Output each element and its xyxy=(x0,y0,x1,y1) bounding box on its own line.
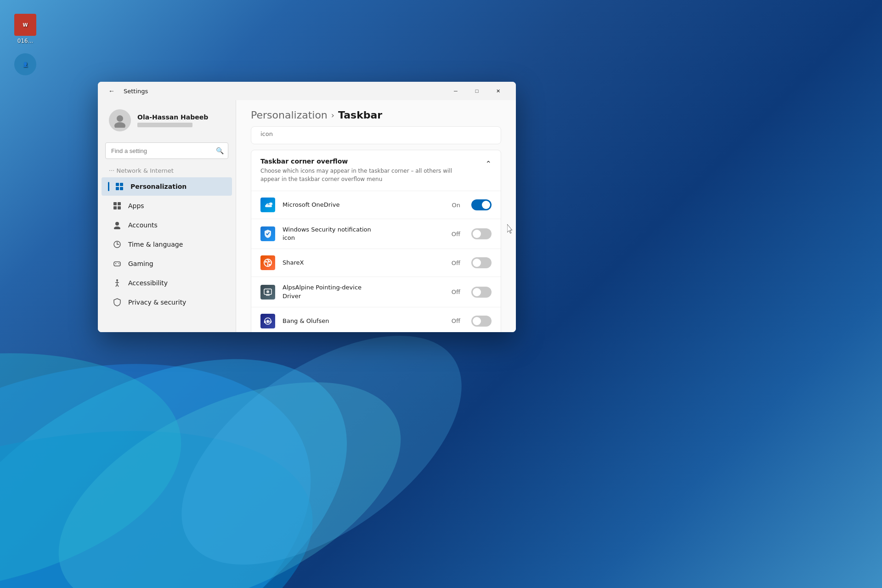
apps-label: Apps xyxy=(128,202,144,209)
bang-label: Bang & Olufsen xyxy=(283,317,444,325)
svg-point-16 xyxy=(115,222,119,226)
personalization-icon xyxy=(115,182,124,191)
accounts-label: Accounts xyxy=(128,221,158,229)
maximize-button[interactable]: □ xyxy=(466,84,487,98)
svg-rect-10 xyxy=(116,187,119,190)
accessibility-label: Accessibility xyxy=(128,279,168,287)
breadcrumb-parent: Personalization xyxy=(251,109,328,121)
onedrive-icon xyxy=(260,198,275,212)
svg-point-26 xyxy=(116,279,118,281)
bang-status: Off xyxy=(452,317,460,324)
sharex-toggle[interactable] xyxy=(471,257,492,268)
sidebar-item-privacy-security[interactable]: Privacy & security xyxy=(102,293,232,311)
alps-toggle[interactable] xyxy=(471,287,492,298)
onedrive-label: Microsoft OneDrive xyxy=(283,201,445,209)
svg-rect-15 xyxy=(118,206,121,209)
svg-rect-36 xyxy=(266,294,270,296)
section-header[interactable]: Taskbar corner overflow Choose which ico… xyxy=(251,150,501,191)
breadcrumb: Personalization › Taskbar xyxy=(251,109,501,121)
settings-list[interactable]: icon Taskbar corner overflow Choose whic… xyxy=(236,126,516,332)
svg-line-30 xyxy=(117,284,119,287)
apps-icon xyxy=(113,201,122,210)
desktop-icon-2[interactable]: 👤 xyxy=(9,53,41,77)
partial-label: icon xyxy=(260,130,273,137)
svg-rect-14 xyxy=(113,206,117,209)
active-indicator xyxy=(108,182,109,191)
search-box: 🔍 xyxy=(105,142,228,159)
desktop-icon-1-label: 016... xyxy=(17,38,33,44)
sidebar-item-gaming[interactable]: Gaming xyxy=(102,254,232,273)
svg-point-17 xyxy=(114,226,120,229)
onedrive-toggle-thumb xyxy=(482,201,490,209)
section-header-text: Taskbar corner overflow Choose which ico… xyxy=(260,158,472,183)
svg-rect-31 xyxy=(265,205,272,207)
title-bar: ← Settings ─ □ ✕ xyxy=(98,82,516,100)
svg-point-37 xyxy=(266,290,269,293)
close-button[interactable]: ✕ xyxy=(487,84,509,98)
accounts-icon xyxy=(113,220,122,230)
bang-toggle[interactable] xyxy=(471,316,492,327)
svg-text:B&O: B&O xyxy=(264,320,271,324)
avatar-icon xyxy=(113,113,127,128)
title-bar-controls: ─ □ ✕ xyxy=(445,84,509,98)
sidebar-item-time-language[interactable]: Time & language xyxy=(102,235,232,254)
alps-icon xyxy=(260,285,275,300)
onedrive-status: On xyxy=(452,202,460,209)
time-language-label: Time & language xyxy=(128,241,183,248)
windows-security-status: Off xyxy=(452,231,460,237)
privacy-security-icon xyxy=(113,298,122,307)
search-input[interactable] xyxy=(105,142,228,159)
bang-icon: B&O xyxy=(260,314,275,328)
svg-point-24 xyxy=(118,263,119,264)
privacy-security-label: Privacy & security xyxy=(128,299,186,306)
svg-rect-9 xyxy=(120,183,123,186)
bang-toggle-thumb xyxy=(473,317,481,325)
desktop-icons-area: W 016... 👤 xyxy=(9,14,41,86)
alps-status: Off xyxy=(452,288,460,295)
back-button[interactable]: ← xyxy=(105,85,118,97)
user-profile[interactable]: Ola-Hassan Habeeb xyxy=(98,100,236,139)
alps-toggle-thumb xyxy=(473,288,481,296)
breadcrumb-separator: › xyxy=(331,110,334,120)
minimize-button[interactable]: ─ xyxy=(445,84,466,98)
setting-item-sharex: ShareX Off xyxy=(251,249,501,277)
alps-label: AlpsAlpine Pointing-deviceDriver xyxy=(283,283,444,300)
sidebar: Ola-Hassan Habeeb 🔍 ··· Network & Intern… xyxy=(98,100,236,332)
time-language-icon xyxy=(113,240,122,249)
windows-security-label: Windows Security notificationicon xyxy=(283,226,444,242)
windows-security-toggle[interactable] xyxy=(471,228,492,239)
setting-item-bang: B&O Bang & Olufsen Off xyxy=(251,307,501,332)
sidebar-item-personalization[interactable]: Personalization xyxy=(102,177,232,196)
avatar xyxy=(109,109,131,131)
partial-item: icon xyxy=(251,126,501,144)
svg-rect-13 xyxy=(118,202,121,205)
user-info: Ola-Hassan Habeeb xyxy=(137,113,208,127)
sidebar-item-accessibility[interactable]: Accessibility xyxy=(102,274,232,292)
desktop: W 016... 👤 ← Settings ─ □ ✕ xyxy=(0,0,882,588)
sharex-icon xyxy=(260,255,275,270)
sidebar-item-accounts[interactable]: Accounts xyxy=(102,216,232,234)
gaming-icon xyxy=(113,259,122,268)
gaming-label: Gaming xyxy=(128,260,153,267)
windows-security-icon xyxy=(260,226,275,241)
sharex-toggle-thumb xyxy=(473,259,481,267)
section-title: Taskbar corner overflow xyxy=(260,158,472,165)
main-content: Personalization › Taskbar icon xyxy=(236,100,516,332)
svg-rect-12 xyxy=(113,202,117,205)
svg-point-6 xyxy=(117,115,123,122)
breadcrumb-current: Taskbar xyxy=(338,109,382,121)
taskbar-overflow-section: Taskbar corner overflow Choose which ico… xyxy=(251,150,501,332)
sharex-status: Off xyxy=(452,260,460,266)
nav-scroll-indicator: ··· Network & Internet xyxy=(98,164,236,177)
sharex-label: ShareX xyxy=(283,259,444,267)
svg-rect-8 xyxy=(116,183,119,186)
setting-item-windows-security: Windows Security notificationicon Off xyxy=(251,219,501,249)
svg-point-33 xyxy=(265,261,267,263)
settings-window: ← Settings ─ □ ✕ xyxy=(98,82,516,332)
settings-content: Ola-Hassan Habeeb 🔍 ··· Network & Intern… xyxy=(98,100,516,332)
onedrive-toggle[interactable] xyxy=(471,199,492,210)
search-icon: 🔍 xyxy=(216,147,224,154)
desktop-icon-1[interactable]: W 016... xyxy=(9,14,41,44)
accessibility-icon xyxy=(113,278,122,288)
sidebar-item-apps[interactable]: Apps xyxy=(102,197,232,215)
